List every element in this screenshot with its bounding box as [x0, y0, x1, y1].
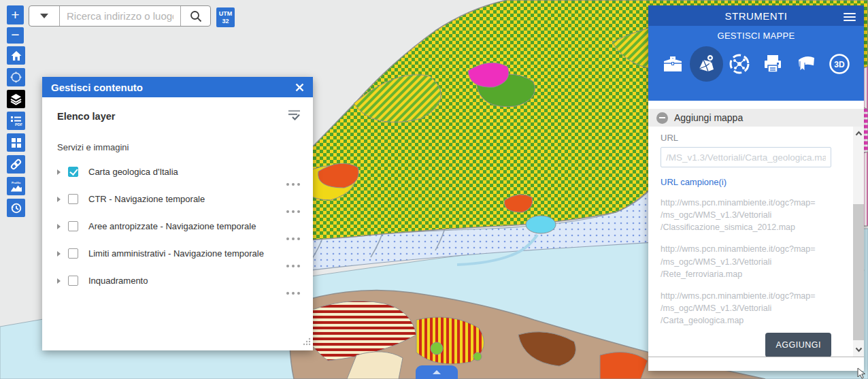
view-3d-button[interactable]: 3D [822, 46, 856, 82]
zoom-in-button[interactable]: + [7, 5, 24, 24]
tools-titlebar: STRUMENTI [648, 5, 864, 26]
layer-options-menu[interactable] [285, 236, 301, 242]
layer-list-title: Elenco layer [57, 111, 115, 122]
layers-icon [10, 93, 22, 105]
layer-options-menu[interactable] [285, 291, 301, 296]
layer-row: Inquadramento [57, 276, 301, 303]
expand-caret-icon[interactable] [57, 197, 61, 202]
bottom-panel-toggle[interactable] [416, 365, 458, 379]
add-map-title: Aggiungi mappa [674, 112, 743, 123]
layer-row: Carta geologica d'Italia [57, 167, 301, 194]
resize-grip[interactable] [303, 336, 311, 348]
sample-urls-link[interactable]: URL campione(i) [661, 177, 831, 187]
search-icon [189, 10, 203, 23]
chevron-up-icon [855, 131, 863, 136]
expand-caret-icon[interactable] [57, 251, 61, 257]
home-button[interactable] [7, 46, 25, 65]
sample-url: http://wms.pcn.minambiente.it/ogc?map= /… [661, 290, 831, 327]
basemap-grid-icon [10, 137, 22, 149]
add-map-header: Aggiungi mappa [648, 109, 864, 127]
map-toolbar: PDF Profilo [7, 46, 25, 217]
chevron-down-icon [855, 347, 863, 352]
chevron-down-icon [40, 14, 48, 18]
layers-button[interactable] [7, 90, 25, 108]
3d-label: 3D [834, 60, 845, 69]
layer-checkbox-1[interactable] [68, 194, 78, 204]
layer-label: Aree antropizzate - Navigazione temporal… [88, 221, 256, 231]
add-map-button[interactable] [690, 46, 723, 82]
close-button[interactable] [295, 83, 304, 92]
search-input[interactable] [60, 6, 180, 26]
ogc-services-button[interactable] [723, 46, 756, 82]
expand-caret-icon[interactable] [57, 224, 61, 229]
scrollbar-thumb[interactable] [853, 204, 864, 340]
toggle-all-layers-button[interactable] [287, 109, 301, 124]
history-icon [10, 201, 22, 214]
locate-icon [10, 71, 22, 84]
toolbox-icon [661, 53, 684, 75]
mouse-cursor [857, 367, 868, 379]
scrollbar[interactable] [853, 127, 864, 357]
layer-row: Aree antropizzate - Navigazione temporal… [57, 221, 301, 248]
home-icon [10, 50, 22, 62]
bookmarks-icon [795, 53, 818, 75]
scroll-up-button[interactable] [853, 128, 864, 139]
manage-content-panel: Gestisci contenuto Elenco layer Servizi … [42, 77, 313, 350]
tools-subtitle: GESTISCI MAPPE [648, 26, 864, 41]
tools-panel: STRUMENTI GESTISCI MAPPE [648, 5, 864, 371]
layer-checkbox-0[interactable] [68, 167, 78, 177]
tools-header-section: GESTISCI MAPPE [648, 26, 864, 101]
select-layers-icon [287, 109, 301, 121]
legend-pdf-icon: PDF [10, 114, 22, 127]
chevron-up-icon [433, 370, 441, 374]
panel-title: Gestisci contenuto [51, 82, 143, 93]
search-bar [29, 5, 211, 27]
services-group-label: Servizi e immagini [57, 142, 301, 152]
legend-pdf-button[interactable]: PDF [7, 112, 25, 130]
elevation-profile-button[interactable]: Profilo [7, 177, 25, 195]
utm-zone: 32 [222, 18, 229, 25]
layer-checkbox-4[interactable] [68, 276, 78, 286]
hamburger-icon [844, 13, 856, 15]
layer-options-menu[interactable] [285, 209, 301, 214]
tools-icon-row: 3D [648, 46, 864, 82]
utm-label: UTM [219, 10, 233, 18]
ogc-services-icon [728, 52, 751, 76]
print-button[interactable] [756, 46, 789, 82]
utm-zone-badge[interactable]: UTM 32 [216, 7, 235, 27]
link-icon [10, 158, 22, 171]
sample-url: http://wms.pcn.minambiente.it/ogc?map= /… [661, 197, 831, 233]
expand-caret-icon[interactable] [57, 278, 61, 284]
history-button[interactable] [7, 199, 25, 217]
locate-button[interactable] [7, 68, 25, 86]
layer-row: Limiti amministrativi - Navigazione temp… [57, 248, 301, 276]
search-button[interactable] [180, 6, 210, 26]
layer-options-menu[interactable] [285, 263, 301, 269]
url-input[interactable] [661, 147, 831, 167]
layer-label: Inquadramento [88, 276, 148, 286]
expand-caret-icon[interactable] [57, 169, 61, 175]
menu-button[interactable] [844, 11, 856, 23]
layer-options-menu[interactable] [285, 182, 301, 187]
tools-title: STRUMENTI [725, 10, 788, 22]
add-map-scroll-area: URL URL campione(i) http://wms.pcn.minam… [648, 127, 864, 357]
layer-row: CTR - Navigazione temporale [57, 194, 301, 221]
basemap-grid-button[interactable] [7, 133, 25, 152]
print-icon [761, 53, 784, 75]
toolbox-button[interactable] [656, 46, 690, 82]
url-label: URL [661, 133, 831, 143]
share-link-button[interactable] [7, 155, 25, 174]
layer-label: Carta geologica d'Italia [88, 167, 178, 177]
close-icon [295, 83, 304, 92]
bookmarks-button[interactable] [789, 46, 822, 82]
layer-label: Limiti amministrativi - Navigazione temp… [88, 248, 264, 259]
search-source-dropdown[interactable] [29, 6, 60, 26]
sample-url: http://wms.pcn.minambiente.it/ogc?map= /… [661, 243, 831, 280]
profile-icon: Profilo [10, 180, 23, 193]
collapse-section-button[interactable] [656, 112, 668, 124]
scroll-down-button[interactable] [853, 344, 864, 355]
layer-checkbox-3[interactable] [68, 248, 78, 259]
add-map-submit-button[interactable]: AGGIUNGI [765, 333, 831, 357]
layer-checkbox-2[interactable] [68, 221, 78, 231]
zoom-out-button[interactable]: − [7, 27, 24, 44]
